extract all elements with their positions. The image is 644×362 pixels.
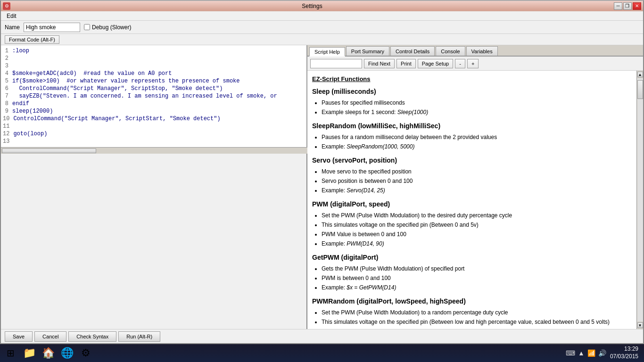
list-item: Set the PWM (Pulse Width Modulation) to … [322,308,632,317]
section-heading: GetPWM (digitalPort) [312,253,632,263]
search-bar: Find Next Print Page Setup - + [307,57,643,71]
name-label: Name [5,24,20,31]
table-row: 10ControlCommand("Script Manager", Scrip… [3,115,305,123]
chrome-button[interactable]: 🌐 [58,345,75,361]
list-item: PWM is between 0 and 100 [322,274,632,282]
help-section-pwm: PWM (digitalPort, speed) Set the PWM (Pu… [312,199,632,248]
list-item: Example: $x = GetPWM(D14) [322,283,632,292]
debug-label: Debug (Slower) [92,24,131,31]
network-icon: ▲ [578,349,585,357]
list-item: Gets the PWM (Pulse Width Modulation) of… [322,264,632,273]
table-row: 9sleep(12000) [3,107,305,115]
table-row: 13 [3,138,305,145]
section-heading: Servo (servoPort, position) [312,156,632,165]
page-setup-button[interactable]: Page Setup [418,59,454,68]
app-icon [3,2,10,10]
table-row: 6 ControlCommand("Script Manager", Scrip… [3,85,305,92]
table-row: 7 sayEZB("Steven. I am concerned. I am s… [3,92,305,100]
print-button[interactable]: Print [396,59,416,68]
edit-menu[interactable]: Edit [3,12,20,20]
list-item: Servo position is between 0 and 100 [322,177,632,185]
zoom-in-button[interactable]: + [467,59,479,68]
list-item: This simulates voltage on the specified … [322,318,632,326]
vertical-scrollbar[interactable]: ▲ ▼ [636,71,643,329]
list-item: Example: SleepRandom(1000, 5000) [322,142,632,151]
help-section-sleeprandom: SleepRandom (lowMilliSec, highMilliSec) … [312,121,632,151]
clock-time: 13:29 [610,346,638,353]
run-button[interactable]: Run (Alt-R) [118,331,160,342]
help-section-getpwm: GetPWM (digitalPort) Gets the PWM (Pulse… [312,253,632,292]
list-item: Example: Servo(D14, 25) [322,186,632,195]
help-content: EZ-Script Functions Sleep (milliseconds)… [307,71,636,329]
table-row: 5if($smoke>100) #or whatever value repre… [3,77,305,85]
table-row: 3 [3,62,305,70]
list-item: Pauses for a random millisecond delay be… [322,133,632,141]
windows-icon: ⊞ [7,347,15,359]
save-button[interactable]: Save [5,331,33,342]
tab-control-details[interactable]: Control Details [390,46,435,56]
zoom-out-button[interactable]: - [455,59,465,68]
home-button[interactable]: 🏠 [40,345,57,361]
home-icon: 🏠 [42,347,55,359]
name-input[interactable] [24,23,80,32]
folder-icon: 📁 [23,347,36,359]
table-row: 12goto(loop) [3,130,305,138]
settings-taskbar-button[interactable]: ⚙ [77,345,94,361]
format-code-button[interactable]: Format Code (Alt-F) [5,35,59,44]
table-row: 2 [3,55,305,62]
horizontal-scrollbar[interactable] [1,147,307,154]
scroll-up-button[interactable]: ▲ [637,72,643,77]
help-section-pwmrandom: PWMRandom (digitalPort, lowSpeed, highSp… [312,296,632,329]
code-editor[interactable]: 1:loop 2 3 4$smoke=getADC(adc0) #read th… [1,45,307,147]
list-item: This simulates voltage on the specified … [322,221,632,229]
gear-icon: ⚙ [81,347,91,359]
table-row: 1:loop [3,47,305,55]
scroll-thumb[interactable] [637,80,643,99]
check-syntax-button[interactable]: Check Syntax [68,331,116,342]
find-next-button[interactable]: Find Next [364,59,395,68]
section-heading: PWM (digitalPort, speed) [312,199,632,209]
scroll-down-button[interactable]: ▼ [637,322,643,328]
section-heading: Sleep (milliseconds) [312,87,632,97]
section-heading: SleepRandom (lowMilliSec, highMilliSec) [312,121,632,131]
title-bar: Settings ─ ❐ ✕ [1,1,643,11]
table-row: 11 [3,123,305,130]
chrome-icon: 🌐 [61,347,74,359]
minimize-button[interactable]: ─ [614,2,622,10]
search-input[interactable] [310,59,362,68]
list-item: Pauses for specified milliseconds [322,99,632,107]
help-section-sleep: Sleep (milliseconds) Pauses for specifie… [312,87,632,116]
volume-icon: 🔊 [598,349,606,357]
menu-bar: Edit [1,11,643,21]
bottom-bar: Save Cancel Check Syntax Run (Alt-R) [1,329,643,343]
tab-console[interactable]: Console [436,46,465,56]
list-item: Move servo to the specified position [322,167,632,176]
scroll-thumb[interactable] [2,148,96,153]
close-button[interactable]: ✕ [633,2,641,10]
help-section-servo: Servo (servoPort, position) Move servo t… [312,156,632,195]
taskbar: ⊞ 📁 🏠 🌐 ⚙ ⌨ ▲ 📶 🔊 13:29 07/03/2015 [0,344,644,362]
tab-variables[interactable]: Variables [466,46,498,56]
cancel-button[interactable]: Cancel [34,331,66,342]
list-item: PWM Value is between 0 and 100 [322,230,632,239]
list-item: Example sleeps for 1 second: Sleep(1000) [322,108,632,116]
clock-date: 07/03/2015 [610,353,638,361]
tab-port-summary[interactable]: Port Summary [346,46,389,56]
window-title: Settings [302,3,322,9]
tab-script-help[interactable]: Script Help [309,47,345,57]
system-tray: ⌨ ▲ 📶 🔊 [566,349,606,357]
start-button[interactable]: ⊞ [2,345,19,361]
format-bar: Format Code (Alt-F) [1,34,643,45]
debug-checkbox[interactable] [84,24,90,30]
scroll-track [637,78,643,321]
restore-button[interactable]: ❐ [623,2,632,10]
help-title: EZ-Script Functions [312,74,632,84]
section-heading: PWMRandom (digitalPort, lowSpeed, highSp… [312,296,632,306]
table-row: 8endif [3,100,305,107]
table-row: 4$smoke=getADC(adc0) #read the value on … [3,70,305,77]
file-explorer-button[interactable]: 📁 [21,345,38,361]
clock: 13:29 07/03/2015 [610,346,638,360]
list-item: Example: PWM(D14, 90) [322,239,632,248]
name-bar: Name Debug (Slower) [1,21,643,34]
keyboard-icon: ⌨ [566,349,575,357]
